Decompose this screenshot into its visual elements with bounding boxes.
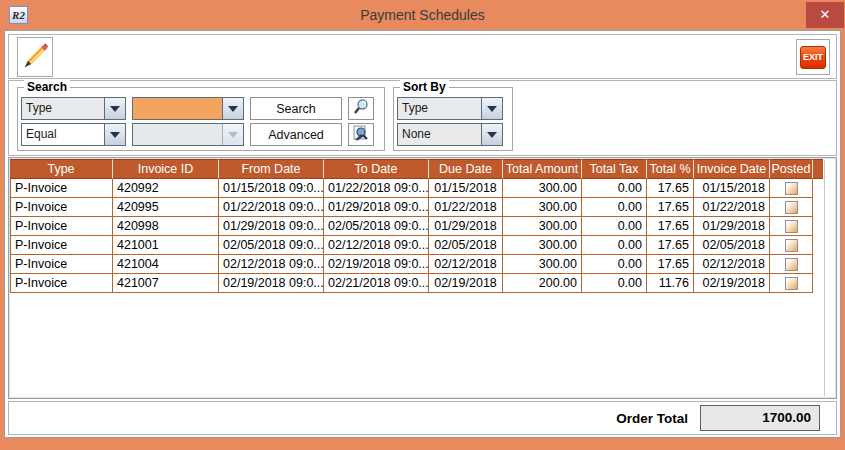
chevron-down-icon	[481, 124, 502, 145]
column-header-type[interactable]: Type	[10, 159, 113, 179]
posted-checkbox[interactable]	[785, 201, 798, 214]
table-cell: P-Invoice	[10, 274, 113, 293]
exit-button[interactable]: EXIT	[796, 39, 830, 75]
table-cell: 17.65	[647, 198, 694, 217]
table-cell: 01/22/2018 09:0...	[219, 198, 324, 217]
table-cell: 01/29/2018 09:0...	[219, 217, 324, 236]
table-cell: 02/05/2018	[429, 236, 503, 255]
table-cell: 0.00	[582, 217, 647, 236]
table-cell: 421007	[113, 274, 219, 293]
search-button[interactable]: Search	[250, 97, 342, 120]
sort-secondary-dropdown[interactable]: None	[397, 123, 503, 146]
table-cell: 01/15/2018 09:0...	[219, 179, 324, 198]
window-content: EXIT Search Type S	[4, 30, 841, 438]
posted-cell	[770, 274, 813, 293]
filters-panel: Search Type Search	[8, 80, 837, 156]
table-row[interactable]: P-Invoice42100102/05/2018 09:0...02/12/2…	[10, 236, 823, 255]
column-header-from-date[interactable]: From Date	[219, 159, 324, 179]
order-total-label: Order Total	[616, 411, 688, 426]
column-header-invoice-id[interactable]: Invoice ID	[113, 159, 219, 179]
payment-schedules-window: R2 Payment Schedules ✕ EXIT	[0, 0, 845, 450]
sort-primary-dropdown[interactable]: Type	[397, 97, 503, 120]
chevron-down-icon	[104, 124, 125, 145]
table-row[interactable]: P-Invoice42099501/22/2018 09:0...01/29/2…	[10, 198, 823, 217]
search-field-dropdown[interactable]: Type	[21, 97, 126, 120]
table-cell: 0.00	[582, 179, 647, 198]
posted-checkbox[interactable]	[785, 277, 798, 290]
table-row[interactable]: P-Invoice42100402/12/2018 09:0...02/19/2…	[10, 255, 823, 274]
column-header-total-amount[interactable]: Total Amount	[503, 159, 582, 179]
toolbar: EXIT	[8, 34, 837, 79]
table-cell: 01/15/2018	[429, 179, 503, 198]
table-cell: 0.00	[582, 198, 647, 217]
close-icon: ✕	[820, 7, 831, 22]
invoice-table-panel: TypeInvoice IDFrom DateTo DateDue DateTo…	[8, 157, 837, 399]
column-header-due-date[interactable]: Due Date	[429, 159, 503, 179]
table-cell: 300.00	[503, 217, 582, 236]
table-cell: 01/15/2018	[694, 179, 770, 198]
search-magnifier-button[interactable]	[348, 97, 374, 120]
table-cell: 01/29/2018	[694, 217, 770, 236]
search-value-dropdown[interactable]	[132, 97, 244, 120]
titlebar: R2 Payment Schedules ✕	[0, 0, 845, 30]
advanced-button[interactable]: Advanced	[250, 123, 342, 146]
table-cell: P-Invoice	[10, 217, 113, 236]
posted-checkbox[interactable]	[785, 258, 798, 271]
exit-icon: EXIT	[800, 46, 826, 69]
scrollbar-track[interactable]	[824, 160, 825, 396]
posted-cell	[770, 217, 813, 236]
table-cell: 02/12/2018	[694, 255, 770, 274]
posted-checkbox[interactable]	[785, 182, 798, 195]
posted-cell	[770, 236, 813, 255]
table-cell: P-Invoice	[10, 179, 113, 198]
column-header-total-[interactable]: Total %	[647, 159, 694, 179]
table-cell: 02/21/2018 09:0...	[324, 274, 429, 293]
posted-checkbox[interactable]	[785, 239, 798, 252]
posted-checkbox[interactable]	[785, 220, 798, 233]
pencil-icon	[21, 41, 49, 74]
table-cell: 02/12/2018 09:0...	[324, 236, 429, 255]
table-cell: 421004	[113, 255, 219, 274]
table-cell: 01/22/2018	[694, 198, 770, 217]
table-cell: 420995	[113, 198, 219, 217]
magnifier-icon	[352, 98, 370, 119]
table-cell: 420998	[113, 217, 219, 236]
table-row[interactable]: P-Invoice42099801/29/2018 09:0...02/05/2…	[10, 217, 823, 236]
table-row[interactable]: P-Invoice42099201/15/2018 09:0...01/22/2…	[10, 179, 823, 198]
column-header-invoice-date[interactable]: Invoice Date	[694, 159, 770, 179]
table-cell: 01/22/2018	[429, 198, 503, 217]
column-header-posted[interactable]: Posted	[770, 159, 813, 179]
chevron-down-icon	[222, 124, 243, 145]
search-field-value: Type	[22, 98, 104, 119]
chevron-down-icon	[104, 98, 125, 119]
table-cell: 0.00	[582, 236, 647, 255]
column-header-filler	[813, 159, 823, 179]
table-cell: 0.00	[582, 274, 647, 293]
posted-cell	[770, 179, 813, 198]
table-cell: 02/19/2018	[694, 274, 770, 293]
table-cell: 01/29/2018	[429, 217, 503, 236]
sort-primary-value: Type	[398, 98, 481, 119]
search-operator-dropdown[interactable]: Equal	[21, 123, 126, 146]
table-cell: 300.00	[503, 179, 582, 198]
close-button[interactable]: ✕	[806, 2, 844, 28]
table-cell: 420992	[113, 179, 219, 198]
posted-cell	[770, 198, 813, 217]
invoice-table: TypeInvoice IDFrom DateTo DateDue DateTo…	[10, 159, 823, 293]
table-cell: 11.76	[647, 274, 694, 293]
edit-button[interactable]	[17, 37, 53, 77]
advanced-find-button[interactable]	[348, 123, 374, 146]
window-title: Payment Schedules	[0, 0, 845, 30]
table-row[interactable]: P-Invoice42100702/19/2018 09:0...02/21/2…	[10, 274, 823, 293]
table-cell: 17.65	[647, 179, 694, 198]
table-cell: P-Invoice	[10, 236, 113, 255]
table-cell: 02/12/2018	[429, 255, 503, 274]
column-header-total-tax[interactable]: Total Tax	[582, 159, 647, 179]
chevron-down-icon	[481, 98, 502, 119]
search-group: Search Type Search	[17, 87, 385, 151]
table-cell: 17.65	[647, 236, 694, 255]
advanced-find-icon	[352, 124, 370, 145]
footer-panel: Order Total 1700.00	[8, 401, 837, 435]
column-header-to-date[interactable]: To Date	[324, 159, 429, 179]
table-cell: 0.00	[582, 255, 647, 274]
